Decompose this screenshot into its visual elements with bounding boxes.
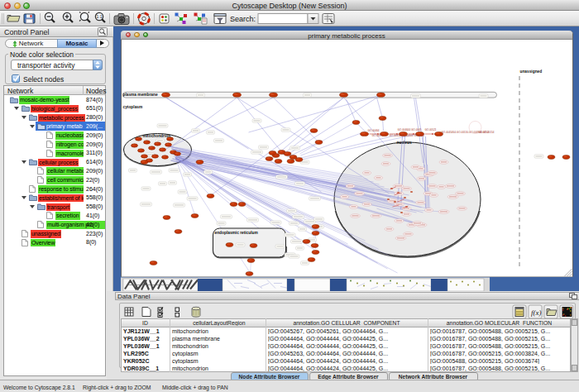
svg-text:GO-044: GO-044	[371, 134, 380, 137]
svg-text:GO-004644 GO-0045: GO-004644 GO-0045	[397, 128, 421, 131]
svg-text:Search:: Search:	[230, 15, 256, 23]
svg-text:GO-0154: GO-0154	[414, 134, 424, 137]
svg-text:endoplasmic reticulum: endoplasmic reticulum	[214, 231, 257, 235]
svg-text:plasma membrane: plasma membrane	[122, 93, 157, 97]
svg-text:GO-00521: GO-00521	[424, 128, 436, 131]
svg-text:unassigned: unassigned	[519, 69, 542, 74]
svg-text:f(x): f(x)	[531, 308, 542, 317]
svg-text:1:1: 1:1	[97, 14, 103, 19]
svg-text:cytoplasm: cytoplasm	[122, 105, 142, 109]
svg-text:mitochondrion: mitochondrion	[142, 134, 170, 138]
svg-text:GO-00464: GO-00464	[367, 129, 379, 132]
svg-text:GO-00454 GO-00844: GO-00454 GO-00844	[389, 134, 413, 137]
